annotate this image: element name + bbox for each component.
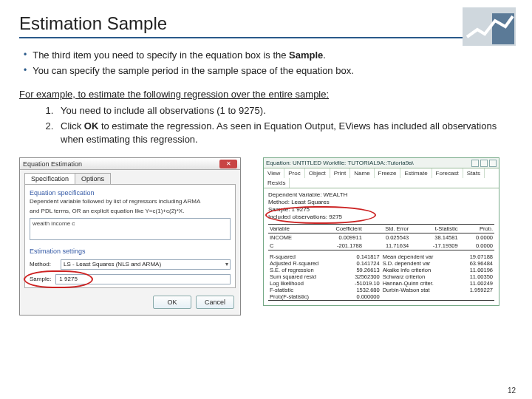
output-sample: Sample: 1 9275 [268, 206, 494, 214]
toolbar-object[interactable]: Object [305, 168, 330, 178]
output-dependent: Dependent Variable: WEALTH [268, 191, 494, 199]
toolbar-view[interactable]: View [264, 168, 284, 178]
bullet-2: You can specify the sample period in the… [33, 64, 354, 78]
cancel-button[interactable]: Cancel [196, 296, 234, 309]
group-estimation-settings: Estimation settings [30, 248, 231, 255]
bullet-list: • The third item you need to specify in … [24, 49, 513, 78]
window-controls-icon[interactable] [471, 160, 497, 167]
output-included: Included observations: 9275 [268, 214, 494, 221]
toolbar-proc[interactable]: Proc [284, 168, 304, 178]
toolbar-forecast[interactable]: Forecast [432, 168, 463, 178]
page-number: 12 [508, 386, 516, 395]
hint-line-1: Dependent variable followed by list of r… [30, 198, 231, 205]
statistics-table: R-squared0.141817Mean dependent var19.07… [268, 253, 494, 301]
toolbar-stats[interactable]: Stats [463, 168, 485, 178]
toolbar-freeze[interactable]: Freeze [375, 168, 401, 178]
toolbar-name[interactable]: Name [350, 168, 374, 178]
output-toolbar: View Proc Object Print Name Freeze Estim… [264, 168, 499, 188]
method-label: Method: [30, 261, 58, 267]
example-heading: For example, to estimate the following r… [19, 89, 513, 100]
toolbar-resids[interactable]: Resids [264, 178, 290, 188]
close-icon[interactable]: ✕ [219, 160, 237, 168]
bullet-1-bold: Sample [289, 50, 323, 61]
equation-output-window: Equation: UNTITLED Workfile: TUTORIAL9A:… [263, 157, 499, 306]
equation-estimation-dialog: Equation Estimation ✕ Specification Opti… [19, 157, 241, 315]
toolbar-print[interactable]: Print [330, 168, 350, 178]
group-equation-spec: Equation specification [30, 189, 231, 197]
step-2: Click OK to estimate the regression. As … [56, 120, 513, 148]
toolbar-estimate[interactable]: Estimate [400, 168, 432, 178]
ok-button[interactable]: OK [153, 296, 191, 309]
step-1: You need to include all observations (1 … [56, 104, 513, 118]
method-dropdown[interactable]: LS - Least Squares (NLS and ARMA) [61, 259, 231, 270]
chart-logo-icon [463, 7, 516, 46]
output-method: Method: Least Squares [268, 199, 494, 206]
output-title: Equation: UNTITLED Workfile: TUTORIAL9A:… [266, 160, 414, 166]
table-row: INCOME0.0099110.02554338.145810.0000 [268, 233, 494, 242]
tab-specification[interactable]: Specification [24, 173, 75, 184]
equation-input[interactable]: wealth income c [30, 218, 231, 240]
dialog-title: Equation Estimation [23, 160, 82, 168]
slide-title: Estimation Sample [19, 13, 513, 38]
bullet-1-pre: The third item you need to specify in th… [33, 50, 289, 61]
sample-input[interactable]: 1 9275 [55, 274, 231, 284]
table-row: C-201.178811.71634-17.193090.0000 [268, 242, 494, 250]
tab-options[interactable]: Options [75, 173, 111, 184]
numbered-steps: You need to include all observations (1 … [56, 104, 513, 148]
bullet-1-post: . [323, 50, 326, 61]
coefficients-table: VariableCoefficientStd. Errort-Statistic… [268, 224, 494, 252]
sample-label: Sample: [30, 276, 51, 282]
hint-line-2: and PDL terms, OR an explicit equation l… [30, 208, 231, 214]
